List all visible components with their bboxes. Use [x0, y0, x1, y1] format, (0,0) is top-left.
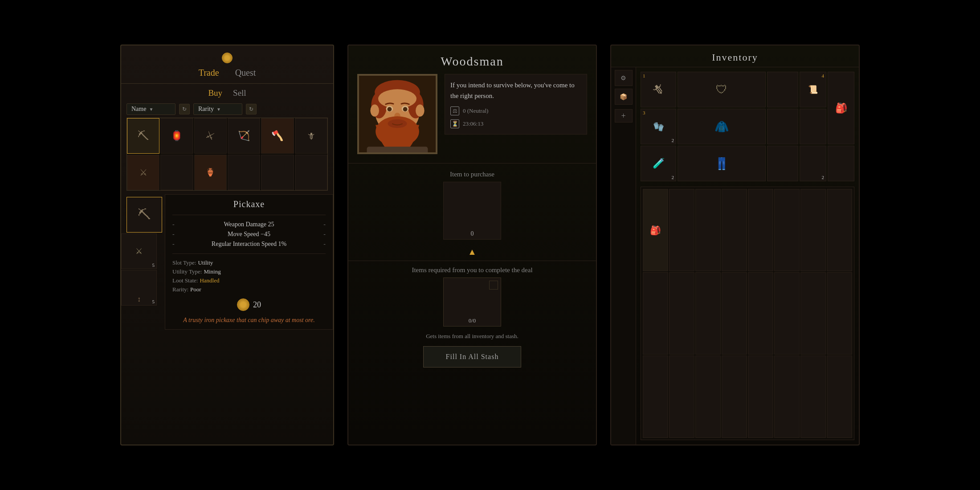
warning-row: ▲ — [468, 245, 477, 259]
item-detail-area: ⛏ ⚔ 5 ↕ 5 Pickaxe - Weapon Damage 25 - — [121, 194, 333, 330]
required-slot[interactable]: 0/0 — [443, 278, 501, 327]
purchase-slot[interactable]: 0 — [443, 182, 501, 240]
timer-value: 23:06:13 — [463, 119, 483, 129]
stash-slot-3[interactable] — [695, 189, 721, 271]
svg-point-15 — [416, 104, 425, 116]
stash-slot-15[interactable] — [800, 272, 826, 355]
trade-header: Trade Quest — [121, 45, 333, 84]
stash-slot-bag[interactable]: 🎒 — [643, 189, 668, 271]
eq-slot-consumable[interactable]: 🧪 2 — [641, 146, 676, 181]
stash-slot-16[interactable] — [827, 272, 852, 355]
sub-item-slot[interactable]: ⚔ 5 — [121, 233, 157, 269]
name-filter-refresh[interactable]: ↻ — [179, 104, 190, 114]
fill-stash-button[interactable]: Fill In All Stash — [423, 346, 521, 368]
stash-slot-23[interactable] — [800, 355, 826, 438]
stash-slot-19[interactable] — [695, 355, 721, 438]
stash-slot-12[interactable] — [722, 272, 747, 355]
tab-trade[interactable]: Trade — [195, 67, 223, 79]
eq-slot-pants[interactable]: 👖 — [678, 146, 766, 181]
svg-point-13 — [388, 119, 407, 128]
stash-slot-18[interactable] — [669, 355, 694, 438]
sidebar-add-btn[interactable]: + — [615, 109, 633, 122]
purchase-section: Item to purchase 0 — [348, 165, 596, 245]
item-cell-knife[interactable]: 🗡 — [295, 118, 327, 154]
detail-utility-type: Utility Type: Mining — [172, 267, 326, 276]
sub-item-slot2[interactable]: ↕ 5 — [121, 270, 157, 306]
stat-move-speed: - Move Speed −45 - — [172, 229, 326, 239]
selected-col: ⛏ ⚔ 5 ↕ 5 — [121, 194, 162, 306]
timer-icon: ⏳ — [450, 119, 459, 128]
inventory-panel: Inventory ⚙ 📦 + 1 🗡 — [610, 45, 860, 445]
item-cell-axe[interactable]: 🪓 — [261, 118, 294, 154]
name-filter-dropdown[interactable]: Name ▼ — [127, 103, 176, 115]
eq-slot-acc3[interactable]: 2 — [800, 146, 826, 181]
reputation-icon: ⚖ — [450, 106, 459, 115]
npc-timer-row: ⏳ 23:06:13 — [450, 119, 581, 129]
buy-button[interactable]: Buy — [208, 88, 222, 98]
item-cell-3[interactable] — [228, 155, 260, 190]
item-cell-pickaxe[interactable]: ⛏ — [127, 118, 159, 154]
stash-slot-11[interactable] — [695, 272, 721, 355]
item-cell-5[interactable] — [295, 155, 327, 190]
stash-slot-14[interactable] — [774, 272, 800, 355]
stash-slot-5[interactable] — [748, 189, 773, 271]
item-cell-dark2[interactable]: 🏺 — [194, 155, 227, 190]
stash-slot-13[interactable] — [748, 272, 773, 355]
npc-reputation-row: ⚖ 0 (Neutral) — [450, 105, 581, 118]
eq-slot-acc2[interactable] — [800, 109, 826, 144]
sell-button[interactable]: Sell — [233, 88, 246, 98]
divider2 — [172, 253, 326, 254]
stash-slot-2[interactable] — [669, 189, 694, 271]
selected-item-slot[interactable]: ⛏ — [127, 197, 162, 233]
trade-item-grid: ⛏ 🏮 ⚔ 🏹 🪓 🗡 ⚔ 🏺 — [127, 118, 328, 191]
stash-slot-20[interactable] — [722, 355, 747, 438]
equip-icon: ⚙ — [621, 74, 626, 82]
trade-panel: Trade Quest Buy Sell Name ▼ ↻ Rarity ▼ ↻… — [120, 45, 334, 445]
npc-title: Woodsman — [441, 45, 503, 74]
required-section: Items required from you to complete the … — [348, 263, 596, 330]
eq-slot-empty5[interactable] — [828, 146, 854, 181]
stash-slot-24[interactable] — [827, 355, 852, 438]
item-cell-4[interactable] — [261, 155, 294, 190]
item-cell-2[interactable] — [160, 155, 193, 190]
item-cell-lantern[interactable]: 🏮 — [160, 118, 193, 154]
stash-slot-10[interactable] — [669, 272, 694, 355]
eq-slot-gloves[interactable]: 3 🧤 2 — [641, 109, 676, 144]
sidebar-stash-btn[interactable]: 📦 — [615, 89, 633, 105]
stash-note: Gets items from all inventory and stash. — [426, 333, 519, 340]
item-cell-dark1[interactable]: ⚔ — [127, 155, 159, 190]
stash-slot-6[interactable] — [774, 189, 800, 271]
tab-quest[interactable]: Quest — [232, 67, 260, 79]
slot-num-3: 3 — [643, 110, 645, 115]
stash-slot-21[interactable] — [748, 355, 773, 438]
detail-rarity: Rarity: Poor — [172, 285, 326, 294]
eq-slot-shield[interactable]: 🛡 — [678, 72, 766, 107]
buy-sell-row: Buy Sell — [208, 84, 246, 101]
slot-num-1: 1 — [643, 73, 645, 78]
stash-slot-22[interactable] — [774, 355, 800, 438]
eq-slot-ring1[interactable] — [767, 72, 798, 107]
inventory-body: ⚙ 📦 + 1 🗡 3 🧤 — [611, 67, 859, 445]
sidebar-equip-btn[interactable]: ⚙ — [615, 70, 633, 86]
rarity-filter-dropdown[interactable]: Rarity ▼ — [193, 103, 242, 115]
eq-slot-acc1[interactable]: 4 📜 — [800, 72, 826, 107]
stash-slot-8[interactable] — [827, 189, 852, 271]
stash-slot-7[interactable] — [800, 189, 826, 271]
eq-slot-ring2[interactable] — [767, 109, 798, 144]
eq-slot-bag[interactable]: 🎒 — [828, 72, 854, 144]
item-cell-staff[interactable]: ⚔ — [194, 118, 227, 154]
purchase-label: Item to purchase — [450, 171, 494, 178]
eq-slot-weapon[interactable]: 1 🗡 — [641, 72, 676, 107]
item-cell-crossbow[interactable]: 🏹 — [228, 118, 260, 154]
equipment-grid: 1 🗡 3 🧤 2 🧪 2 🛡 — [639, 70, 856, 183]
item-detail-panel: Pickaxe - Weapon Damage 25 - - Move Spee… — [165, 194, 333, 330]
stash-slot-4[interactable] — [722, 189, 747, 271]
svg-point-14 — [370, 104, 379, 116]
stash-slot-9[interactable] — [643, 272, 668, 355]
warning-triangle-icon: ▲ — [468, 247, 477, 257]
eq-slot-ring3[interactable] — [767, 146, 798, 181]
rarity-filter-refresh[interactable]: ↻ — [246, 104, 257, 114]
stash-slot-17[interactable] — [643, 355, 668, 438]
eq-slot-armor[interactable]: 🧥 — [678, 109, 766, 144]
stat-interaction-speed: - Regular Interaction Speed 1% - — [172, 239, 326, 249]
